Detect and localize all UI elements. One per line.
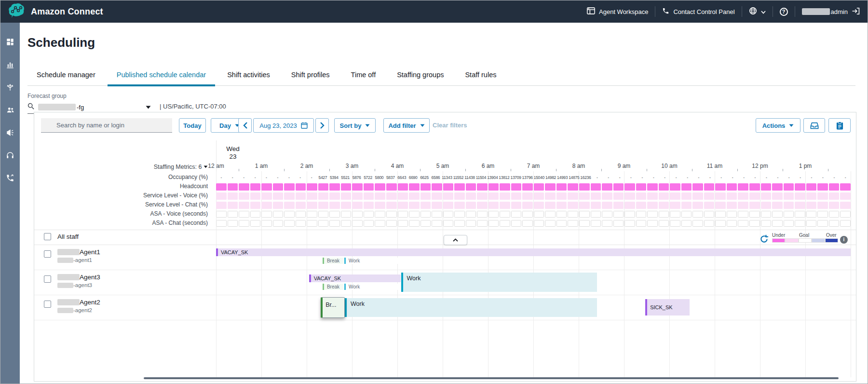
metric-cell [602,192,612,200]
info-icon[interactable]: i [840,236,848,244]
metric-cell [341,202,352,209]
metric-cell [488,220,499,227]
all-staff-checkbox[interactable] [44,233,51,240]
metric-cell [545,220,556,227]
metric-cells [216,183,851,191]
metric-cell: - [603,174,613,181]
sort-by-button[interactable]: Sort by [334,118,376,133]
inbox-icon [810,122,819,129]
metric-cell [784,183,794,191]
half-hour-tick [511,169,511,171]
hour-label: 6 am [482,163,495,169]
metric-cell: - [705,174,715,181]
metric-cells [216,192,851,200]
metric-cell [704,220,715,227]
half-hour-tick [601,169,602,171]
metric-cell [829,192,840,200]
messages-button[interactable] [803,118,825,133]
schedule-bar-work-mini[interactable]: Work [344,258,401,264]
date-picker-button[interactable]: Aug 23, 2023 [253,118,314,133]
tab-staff-rules[interactable]: Staff rules [456,71,505,85]
metric-cell [692,202,703,209]
metric-cell [840,211,851,218]
help-button[interactable]: ? [780,8,788,16]
main-content: Scheduling Schedule manager Published sc… [20,23,868,384]
agent-name-block: Agent3-agent3 [57,274,100,288]
add-filter-button[interactable]: Add filter [383,118,430,133]
half-hour-tick [556,169,556,171]
agent-checkbox[interactable] [44,250,51,258]
metric-cell: 16236 [580,174,591,181]
metric-cell [636,202,647,209]
calls-icon[interactable] [5,173,15,183]
metric-cell: 5394 [329,174,339,181]
metric-cell [602,183,612,191]
schedule-bar-timeoff[interactable]: VACAY_SK [309,274,401,282]
tab-time-off[interactable]: Time off [342,71,385,85]
hour-label: 7 am [527,163,540,169]
dashboard-icon[interactable] [5,37,15,47]
horizontal-scrollbar[interactable] [144,377,839,379]
search-input[interactable] [41,118,172,133]
routing-icon[interactable] [5,82,15,92]
agent-checkbox[interactable] [44,301,51,308]
metric-cell [375,211,385,218]
metric-cell [636,220,647,227]
metric-cell [466,220,476,227]
today-button[interactable]: Today [179,118,206,133]
headset-icon[interactable] [5,151,15,160]
schedule-bar-break-selected[interactable]: Br... [321,297,345,318]
user-menu[interactable]: admin [802,7,860,16]
logout-icon[interactable] [852,7,860,16]
tab-shift-activities[interactable]: Shift activities [218,71,279,85]
legend-over-label: Over [826,233,837,238]
announcements-icon[interactable] [5,128,15,137]
schedule-bar-timeoff[interactable]: VACAY_SK [216,248,851,256]
metric-cell [840,220,851,227]
schedule-bar-work[interactable]: Work [401,273,597,292]
metric-cell: 6643 [397,174,407,181]
refresh-icon[interactable] [760,234,769,244]
users-icon[interactable] [5,105,15,115]
prev-day-button[interactable] [238,118,252,133]
metric-cell [636,211,647,218]
agent-name: Agent3 [80,274,100,281]
actions-button[interactable]: Actions [756,118,800,133]
half-hour-tick [465,169,466,171]
contact-control-panel-link[interactable]: Contact Control Panel [662,7,734,16]
schedule-bar-work-mini[interactable]: Work [344,284,401,290]
agent-checkbox[interactable] [44,275,51,283]
metric-cell [398,183,408,191]
schedule-bar-break-mini[interactable]: Break [323,258,344,264]
staffing-metrics-toggle[interactable]: Staffing Metrics: 6 [34,164,208,170]
tab-staffing-groups[interactable]: Staffing groups [388,71,453,85]
collapse-metrics-button[interactable] [444,235,467,245]
tab-published-schedule-calendar[interactable]: Published schedule calendar [108,71,215,85]
divider [773,6,773,17]
clear-filters-button[interactable]: Clear filters [433,122,467,129]
schedule-bar-timeoff[interactable]: SICK_SK [645,299,690,315]
metric-cell [829,211,840,218]
metric-cell [239,202,249,209]
copy-schedule-button[interactable] [828,118,851,133]
language-selector[interactable] [749,7,766,16]
metric-cell: - [784,174,794,181]
metric-cell [375,220,385,227]
agent-workspace-link[interactable]: Agent Workspace [587,7,648,16]
metric-cell [806,192,817,200]
tab-shift-profiles[interactable]: Shift profiles [282,71,339,85]
metric-cell [454,202,465,209]
contact-control-panel-label: Contact Control Panel [673,8,734,15]
tab-schedule-manager[interactable]: Schedule manager [27,71,105,85]
hour-label: 11 am [707,163,722,169]
schedule-bar-break-mini[interactable]: Break [323,284,344,290]
schedule-bar-work[interactable]: Work [345,298,597,317]
day-name: Wed [216,145,250,153]
metric-cell [670,202,680,209]
metric-cell: - [795,174,805,181]
metric-cell [613,202,624,209]
metric-cell [545,183,556,191]
analytics-icon[interactable] [5,60,15,69]
schedule-bar-label: VACAY_SK [311,275,341,281]
next-day-button[interactable] [315,118,329,133]
